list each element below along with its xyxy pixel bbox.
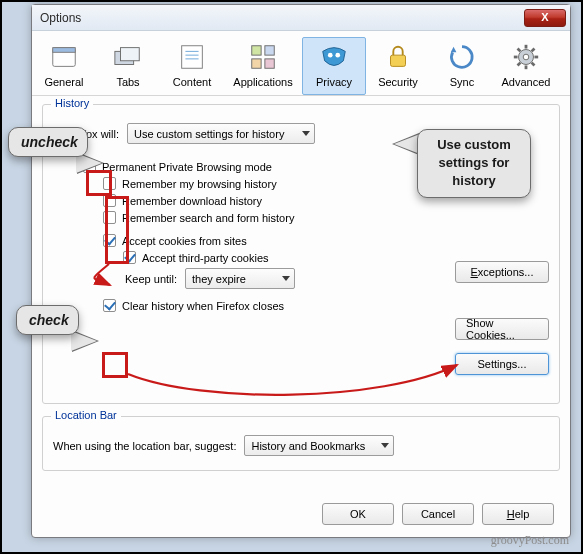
btn-underline: E xyxy=(471,266,478,278)
show-cookies-button[interactable]: Show Cookies... xyxy=(455,318,549,340)
tab-label: Content xyxy=(173,76,212,88)
general-icon xyxy=(49,42,79,74)
chevron-down-icon xyxy=(302,131,310,136)
ppb-label: Permanent Private Browsing mode xyxy=(102,161,272,173)
combo-value: Use custom settings for history xyxy=(134,128,284,140)
tab-label: Applications xyxy=(233,76,292,88)
history-mode-combo[interactable]: Use custom settings for history xyxy=(127,123,315,144)
location-legend: Location Bar xyxy=(51,409,121,421)
tab-label: General xyxy=(44,76,83,88)
svg-line-25 xyxy=(532,49,535,52)
svg-point-17 xyxy=(523,54,529,60)
annotation-check-callout: check xyxy=(16,305,79,335)
cancel-button[interactable]: Cancel xyxy=(402,503,474,525)
settings-button[interactable]: Settings... xyxy=(455,353,549,375)
tab-sync[interactable]: Sync xyxy=(430,37,494,95)
options-window: Options X General Tabs Content Appl xyxy=(31,4,571,538)
keep-until-label: Keep until: xyxy=(123,273,177,285)
tab-label: Security xyxy=(378,76,418,88)
location-bar-group: Location Bar When using the location bar… xyxy=(42,416,560,471)
btn-underline: H xyxy=(507,508,515,520)
tab-advanced[interactable]: Advanced xyxy=(494,37,558,95)
annotation-big-callout: Use custom settings for history xyxy=(417,129,531,198)
annotation-tail xyxy=(71,331,97,351)
tab-label: Tabs xyxy=(116,76,139,88)
tab-label: Privacy xyxy=(316,76,352,88)
svg-marker-15 xyxy=(451,47,457,53)
ok-button[interactable]: OK xyxy=(322,503,394,525)
accept-third-checkbox[interactable] xyxy=(123,251,136,264)
content-icon xyxy=(177,42,207,74)
combo-value: they expire xyxy=(192,273,246,285)
btn-rest: elp xyxy=(515,508,530,520)
remember-download-label: Remember download history xyxy=(122,195,262,207)
clear-on-close-label: Clear history when Firefox closes xyxy=(122,300,284,312)
applications-icon xyxy=(248,42,278,74)
accept-third-label: Accept third-party cookies xyxy=(142,252,269,264)
tabs-icon xyxy=(113,42,143,74)
sync-icon xyxy=(447,42,477,74)
tab-applications[interactable]: Applications xyxy=(224,37,302,95)
accept-cookies-checkbox[interactable] xyxy=(103,234,116,247)
svg-rect-11 xyxy=(265,59,274,68)
help-button[interactable]: Help xyxy=(482,503,554,525)
close-button[interactable]: X xyxy=(524,9,566,27)
lock-icon xyxy=(383,42,413,74)
svg-rect-8 xyxy=(252,46,261,55)
titlebar: Options X xyxy=(32,5,570,31)
tab-security[interactable]: Security xyxy=(366,37,430,95)
privacy-mask-icon xyxy=(319,42,349,74)
svg-rect-14 xyxy=(391,55,406,66)
watermark: groovyPost.com xyxy=(491,533,569,548)
gear-icon xyxy=(511,42,541,74)
svg-line-24 xyxy=(518,63,521,66)
exceptions-button[interactable]: Exceptions... xyxy=(455,261,549,283)
window-title: Options xyxy=(40,11,524,25)
category-toolbar: General Tabs Content Applications Privac… xyxy=(32,31,570,96)
tab-privacy[interactable]: Privacy xyxy=(302,37,366,95)
keep-until-combo[interactable]: they expire xyxy=(185,268,295,289)
clear-on-close-checkbox[interactable] xyxy=(103,299,116,312)
tab-content[interactable]: Content xyxy=(160,37,224,95)
chevron-down-icon xyxy=(381,443,389,448)
svg-point-13 xyxy=(335,53,340,58)
remember-form-label: Remember search and form history xyxy=(122,212,294,224)
accept-cookies-label: Accept cookies from sites xyxy=(122,235,247,247)
svg-line-22 xyxy=(518,49,521,52)
history-legend: History xyxy=(51,97,93,109)
svg-rect-10 xyxy=(252,59,261,68)
chevron-down-icon xyxy=(282,276,290,281)
svg-line-23 xyxy=(532,63,535,66)
suggest-combo[interactable]: History and Bookmarks xyxy=(244,435,394,456)
svg-rect-1 xyxy=(53,48,76,53)
tab-general[interactable]: General xyxy=(32,37,96,95)
suggest-label: When using the location bar, suggest: xyxy=(53,440,236,452)
annotation-uncheck-callout: uncheck xyxy=(8,127,88,157)
remember-download-checkbox[interactable] xyxy=(103,194,116,207)
svg-rect-4 xyxy=(182,46,203,69)
remember-history-label: Remember my browsing history xyxy=(122,178,277,190)
btn-rest: xceptions... xyxy=(478,266,534,278)
remember-history-checkbox[interactable] xyxy=(103,177,116,190)
dialog-footer: OK Cancel Help xyxy=(322,503,554,525)
tab-label: Sync xyxy=(450,76,474,88)
svg-rect-9 xyxy=(265,46,274,55)
tab-label: Advanced xyxy=(502,76,551,88)
combo-value: History and Bookmarks xyxy=(251,440,365,452)
svg-rect-3 xyxy=(121,48,140,61)
remember-form-checkbox[interactable] xyxy=(103,211,116,224)
svg-point-12 xyxy=(328,53,333,58)
tab-tabs[interactable]: Tabs xyxy=(96,37,160,95)
